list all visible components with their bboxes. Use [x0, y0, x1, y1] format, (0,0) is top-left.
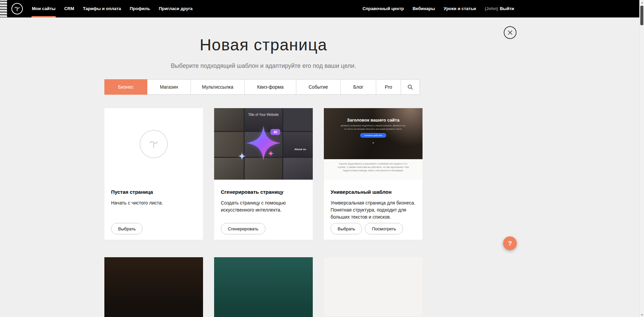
user-name: (John) [485, 6, 498, 11]
card-body: Универсальный шаблон Универсальная стран… [324, 180, 423, 240]
card-description: Начать с чистого листа. [111, 199, 196, 207]
card-description: Создать страницу с помощью искусственног… [221, 199, 306, 214]
tilda-watermark-icon [140, 130, 168, 158]
collage-tile [283, 132, 313, 157]
ai-generate-button[interactable]: Сгенерировать [221, 223, 265, 234]
scrollbar[interactable]: ▲ ▼ [639, 0, 644, 317]
scrollbar-thumb[interactable] [640, 6, 643, 25]
card-actions: Выбрать Посмотреть [331, 223, 416, 234]
tilde-icon [13, 5, 21, 13]
card-title: Универсальный шаблон [331, 189, 416, 195]
nav-logout[interactable]: (John)Выйти [480, 0, 518, 17]
template-card-partial[interactable] [104, 257, 203, 317]
tab-event[interactable]: Событие [296, 79, 341, 95]
chevron-down-icon: ⌄ [371, 141, 375, 143]
secondary-nav: Справочный центр Вебинары Уроки и статьи… [358, 0, 518, 17]
tab-multilink[interactable]: Мультиссылка [191, 79, 245, 95]
help-button[interactable]: ? [503, 236, 517, 250]
template-cards-row-partial [104, 257, 423, 317]
scroll-up-icon[interactable]: ▲ [640, 0, 644, 5]
preview-site-title: Title of Your Website [214, 113, 313, 117]
preview-about-text: Коротко представьтесь и расскажите о ком… [338, 162, 409, 180]
collage-tile [214, 158, 244, 180]
nav-crm[interactable]: CRM [60, 0, 79, 17]
preview-hero-title: Заголовок вашего сайта [347, 118, 399, 123]
logout-label: Выйти [500, 6, 514, 11]
template-category-tabs: Бизнес Магазин Мультиссылка Квиз-форма С… [104, 79, 422, 95]
tab-shop[interactable]: Магазин [147, 79, 191, 95]
nav-profile[interactable]: Профиль [125, 0, 154, 17]
nav-invite-friend[interactable]: Пригласи друга [154, 0, 197, 17]
template-card-universal[interactable]: Заголовок вашего сайта Добавьте интересн… [324, 108, 423, 240]
template-card-partial[interactable] [324, 257, 423, 317]
universal-preview-button[interactable]: Посмотреть [365, 223, 403, 234]
small-sparkle-icon [268, 150, 274, 156]
nav-help-center[interactable]: Справочный центр [358, 0, 408, 17]
nav-webinars[interactable]: Вебинары [408, 0, 439, 17]
page-title: Новая страница [104, 36, 423, 54]
preview-hero-section: Заголовок вашего сайта Добавьте интересн… [324, 108, 423, 159]
template-card-blank[interactable]: Пустая страница Начать с чистого листа. … [104, 108, 203, 240]
close-icon [508, 30, 512, 35]
main-nav: Мои сайты CRM Тарифы и оплата Профиль Пр… [28, 0, 197, 17]
nav-tutorials[interactable]: Уроки и статьи [439, 0, 480, 17]
card-actions: Сгенерировать [221, 223, 306, 234]
card-body: Пустая страница Начать с чистого листа. … [104, 180, 203, 240]
blank-select-button[interactable]: Выбрать [111, 223, 143, 234]
card-title: Пустая страница [111, 189, 196, 195]
card-actions: Выбрать [111, 223, 196, 234]
tilda-zigzag-pattern [0, 0, 7, 17]
card-title: Сгенерировать страницу [221, 189, 306, 195]
tab-blog[interactable]: Блог [340, 79, 376, 95]
ai-generate-preview: Title of Your Website About us [214, 108, 313, 180]
preview-about-label: About us [294, 148, 306, 151]
collage-tile [214, 108, 244, 131]
close-button[interactable] [504, 26, 516, 39]
scroll-down-icon[interactable]: ▼ [640, 312, 644, 317]
preview-hero-button: основное действие [360, 133, 386, 138]
universal-select-button[interactable]: Выбрать [331, 223, 362, 234]
new-page-dialog: Новая страница Выберите подходящий шабло… [0, 17, 644, 317]
preview-about-section: Коротко представьтесь и расскажите о ком… [324, 159, 423, 180]
template-card-partial[interactable] [214, 257, 313, 317]
collage-tile [283, 158, 313, 180]
page-subtitle: Выберите подходящий шаблон и адаптируйте… [104, 62, 423, 70]
ai-badge: AI [270, 129, 280, 135]
collage-tile [245, 158, 282, 180]
top-navbar: Мои сайты CRM Тарифы и оплата Профиль Пр… [0, 0, 644, 17]
card-body: Сгенерировать страницу Создать страницу … [214, 180, 313, 240]
tab-search[interactable] [401, 79, 420, 95]
tab-pro[interactable]: Pro [376, 79, 401, 95]
search-icon [407, 84, 413, 90]
nav-my-sites[interactable]: Мои сайты [28, 0, 60, 17]
preview-hero-text: Добавьте интересные подробности о вашей … [340, 124, 407, 131]
template-cards-row: Пустая страница Начать с чистого листа. … [104, 108, 423, 240]
nav-pricing[interactable]: Тарифы и оплата [79, 0, 125, 17]
tilda-logo[interactable] [11, 3, 23, 14]
template-card-ai-generate[interactable]: Title of Your Website About us [214, 108, 313, 240]
collage-tile [283, 108, 313, 131]
blank-page-preview [104, 108, 203, 180]
small-sparkle-icon [238, 152, 246, 160]
universal-template-preview: Заголовок вашего сайта Добавьте интересн… [324, 108, 423, 180]
tab-business[interactable]: Бизнес [104, 79, 147, 95]
card-description: Универсальная страница для бизнеса. Поня… [331, 199, 416, 221]
tab-quiz-form[interactable]: Квиз-форма [244, 79, 296, 95]
